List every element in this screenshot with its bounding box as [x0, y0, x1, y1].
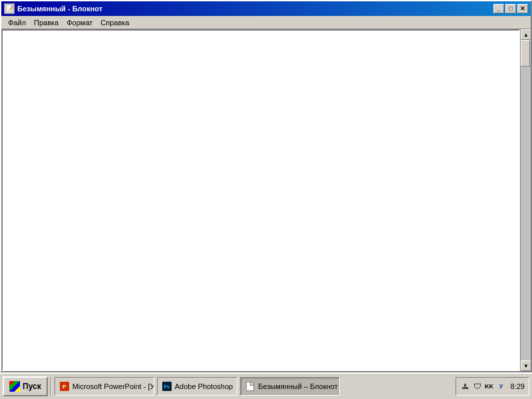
menu-format[interactable]: Формат: [63, 17, 96, 28]
menu-edit[interactable]: Правка: [30, 17, 63, 28]
title-bar: 📝 Безымянный - Блокнот _ □ ✕: [1, 1, 531, 16]
tray-icon-shield[interactable]: 🛡: [472, 381, 483, 392]
scroll-down-button[interactable]: ▼: [521, 360, 531, 371]
notepad-icon: [245, 381, 255, 392]
taskbar-item-notepad-label: Безымянный – Блокнот: [258, 382, 338, 390]
vertical-scrollbar[interactable]: ▲ ▼: [520, 29, 531, 371]
editor-wrapper: ▲ ▼: [1, 29, 531, 371]
tray-clock: 8:29: [511, 382, 525, 390]
text-editor[interactable]: [1, 29, 520, 371]
taskbar-item-powerpoint[interactable]: P Microsoft PowerPoint - [У...: [55, 377, 154, 396]
minimize-button[interactable]: _: [493, 4, 504, 13]
maximize-button[interactable]: □: [505, 4, 516, 13]
start-label: Пуск: [23, 382, 41, 391]
scroll-track[interactable]: [521, 40, 531, 360]
taskbar-item-photoshop[interactable]: Ps Adobe Photoshop: [157, 377, 237, 396]
taskbar-item-powerpoint-label: Microsoft PowerPoint - [У...: [72, 382, 154, 390]
window-controls: _ □ ✕: [493, 4, 528, 13]
taskbar: Пуск P Microsoft PowerPoint - [У... Ps A…: [0, 372, 532, 399]
scroll-thumb[interactable]: [521, 40, 530, 66]
powerpoint-icon: P: [59, 381, 70, 392]
start-button[interactable]: Пуск: [3, 376, 48, 396]
taskbar-item-notepad[interactable]: Безымянный – Блокнот: [240, 377, 340, 396]
menu-bar: Файл Правка Формат Справка: [1, 16, 531, 29]
window-icon: 📝: [4, 3, 15, 14]
taskbar-item-photoshop-label: Adobe Photoshop: [175, 382, 233, 390]
close-button[interactable]: ✕: [517, 4, 528, 13]
menu-help[interactable]: Справка: [96, 17, 133, 28]
taskbar-divider: [51, 377, 52, 396]
photoshop-icon: Ps: [162, 381, 172, 392]
tray-icon-kk[interactable]: KK: [484, 381, 495, 392]
windows-logo-icon: [9, 381, 20, 392]
tray-icon-network[interactable]: 🖧: [460, 381, 471, 392]
window-title: Безымянный - Блокнот: [17, 5, 493, 13]
system-tray: 🖧 🛡 KK У 8:29: [456, 377, 529, 396]
menu-file[interactable]: Файл: [4, 17, 30, 28]
scroll-up-button[interactable]: ▲: [521, 29, 531, 40]
tray-icon-language[interactable]: У: [496, 381, 507, 392]
notepad-window: 📝 Безымянный - Блокнот _ □ ✕ Файл Правка…: [0, 0, 532, 372]
